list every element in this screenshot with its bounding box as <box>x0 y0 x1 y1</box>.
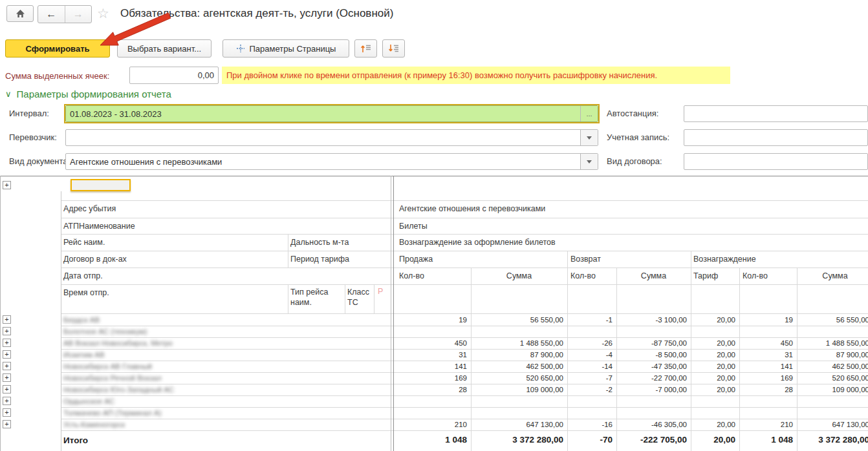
row-name-blurred[interactable]: Новосибирск Речной Вокзал <box>63 374 162 382</box>
data-cell[interactable]: 20,00 <box>691 421 735 428</box>
data-cell[interactable]: -47 350,00 <box>616 362 687 370</box>
data-cell[interactable]: -16 <box>567 421 613 428</box>
row-name-blurred[interactable]: Искитим АВ <box>63 351 105 359</box>
header-hidden-column-partial[interactable]: Р <box>378 287 391 296</box>
row-name-blurred[interactable]: Ордынское АС <box>63 397 114 405</box>
data-cell[interactable]: 450 <box>393 339 467 347</box>
row-name-blurred[interactable]: Бердск АВ <box>63 316 100 324</box>
row-name-blurred[interactable]: Новосибирск Юго-Западный АС <box>63 386 174 393</box>
total-cell[interactable]: 3 372 280,00 <box>471 435 563 445</box>
total-cell[interactable]: -222 705,00 <box>616 435 687 445</box>
total-cell[interactable]: 1 048 <box>393 435 467 445</box>
header-tariff[interactable]: Тариф <box>693 267 718 284</box>
data-cell[interactable]: 56 550,00 <box>471 316 563 324</box>
data-cell[interactable]: -87 750,00 <box>616 339 687 347</box>
header-departure-time[interactable]: Время отпр. <box>63 284 109 301</box>
header-refund-amount[interactable]: Сумма <box>616 267 691 284</box>
header-fee-amount[interactable]: Сумма <box>797 267 868 284</box>
header-agent-relations[interactable]: Агентские отношения с перевозчиками <box>399 200 545 217</box>
data-cell[interactable]: 647 130,00 <box>797 421 868 428</box>
data-cell[interactable]: -3 100,00 <box>616 316 687 324</box>
row-expander[interactable]: + <box>3 385 11 393</box>
data-cell[interactable]: 647 130,00 <box>471 421 563 428</box>
data-cell[interactable]: 31 <box>393 351 467 359</box>
header-fee-qty[interactable]: Кол-во <box>743 267 768 284</box>
row-name-blurred[interactable]: Усть-Каменогорск <box>63 421 125 428</box>
row-expander[interactable]: + <box>3 362 11 370</box>
header-distance[interactable]: Дальность м-та <box>290 234 349 251</box>
header-vehicle-class[interactable]: Класс ТС <box>347 284 373 308</box>
data-cell[interactable]: 141 <box>739 362 793 370</box>
data-cell[interactable]: 169 <box>739 374 793 382</box>
header-tickets[interactable]: Билеты <box>399 218 428 235</box>
total-cell[interactable]: 3 372 280,00 <box>797 435 868 445</box>
data-cell[interactable]: 20,00 <box>691 374 735 382</box>
data-cell[interactable]: 87 900,00 <box>471 351 563 359</box>
data-cell[interactable]: 28 <box>739 386 793 393</box>
header-departure-address[interactable]: Адрес убытия <box>63 200 116 217</box>
row-name-blurred[interactable]: Толмачево АП (Терминал А) <box>63 409 161 417</box>
data-cell[interactable]: 109 000,00 <box>471 386 563 393</box>
header-ticket-fee[interactable]: Вознаграждение за оформление билетов <box>399 234 556 251</box>
header-fee-group[interactable]: Вознаграждение <box>693 251 756 267</box>
data-cell[interactable]: -46 305,00 <box>616 421 687 428</box>
data-cell[interactable]: 210 <box>393 421 467 428</box>
data-cell[interactable]: -26 <box>567 339 613 347</box>
data-cell[interactable]: 520 650,00 <box>471 374 563 382</box>
header-contract-in-docs[interactable]: Договор в док-ах <box>63 251 127 267</box>
header-tariff-period[interactable]: Период тарифа <box>290 251 349 267</box>
data-cell[interactable]: 28 <box>393 386 467 393</box>
active-cell[interactable] <box>71 179 131 191</box>
data-cell[interactable]: -22 700,00 <box>616 374 687 382</box>
data-cell[interactable]: 20,00 <box>691 351 735 359</box>
total-cell[interactable]: 1 048 <box>739 435 793 445</box>
data-cell[interactable]: 19 <box>393 316 467 324</box>
row-expander[interactable]: + <box>3 397 11 405</box>
data-cell[interactable]: 1 488 550,00 <box>471 339 563 347</box>
row-name-blurred[interactable]: АВ Вокзал Новосибирск, Метро <box>63 339 173 347</box>
row-expander[interactable]: + <box>3 408 11 417</box>
row-expander[interactable]: + <box>3 327 11 335</box>
data-cell[interactable]: 169 <box>393 374 467 382</box>
row-expander[interactable]: + <box>3 315 11 324</box>
row-expander[interactable]: + <box>3 373 11 382</box>
data-cell[interactable]: 20,00 <box>691 362 735 370</box>
row-name-blurred[interactable]: Новосибирск АВ Главный <box>63 362 152 370</box>
data-cell[interactable]: 450 <box>739 339 793 347</box>
data-cell[interactable]: 109 000,00 <box>797 386 868 393</box>
data-cell[interactable]: 20,00 <box>691 386 735 393</box>
header-refund-qty[interactable]: Кол-во <box>570 267 596 284</box>
row-name-blurred[interactable]: Болотное АС (техникум) <box>63 328 147 335</box>
total-cell[interactable]: -70 <box>567 435 613 445</box>
data-cell[interactable]: 31 <box>739 351 793 359</box>
data-cell[interactable]: 210 <box>739 421 793 428</box>
data-cell[interactable]: -2 <box>567 386 613 393</box>
header-sale-amount[interactable]: Сумма <box>471 267 567 284</box>
header-departure-date[interactable]: Дата отпр. <box>63 267 103 284</box>
data-cell[interactable]: 462 500,00 <box>797 362 868 370</box>
data-cell[interactable]: 141 <box>393 362 467 370</box>
total-cell[interactable]: 20,00 <box>691 435 735 445</box>
header-sale-group[interactable]: Продажа <box>399 251 433 267</box>
header-sale-qty[interactable]: Кол-во <box>399 267 424 284</box>
header-route-name[interactable]: Рейс наим. <box>63 234 105 251</box>
data-cell[interactable]: 462 500,00 <box>471 362 563 370</box>
data-cell[interactable]: 19 <box>739 316 793 324</box>
data-cell[interactable]: 87 900,00 <box>797 351 868 359</box>
data-cell[interactable]: -8 500,00 <box>616 351 687 359</box>
data-cell[interactable]: 56 550,00 <box>797 316 868 324</box>
row-expander[interactable]: + <box>3 350 11 359</box>
data-cell[interactable]: -4 <box>567 351 613 359</box>
header-atp-name[interactable]: АТПНаименование <box>63 218 135 235</box>
data-cell[interactable]: -7 000,00 <box>616 386 687 393</box>
row-expander[interactable]: + <box>3 339 11 347</box>
data-cell[interactable]: -1 <box>567 316 613 324</box>
data-cell[interactable]: 20,00 <box>691 339 735 347</box>
data-cell[interactable]: -14 <box>567 362 613 370</box>
header-route-type[interactable]: Тип рейса наим. <box>290 284 342 308</box>
data-cell[interactable]: -7 <box>567 374 613 382</box>
expand-all-icon[interactable]: + <box>3 181 11 189</box>
data-cell[interactable]: 1 488 550,00 <box>797 339 868 347</box>
data-cell[interactable]: 20,00 <box>691 316 735 324</box>
data-cell[interactable]: 520 650,00 <box>797 374 868 382</box>
